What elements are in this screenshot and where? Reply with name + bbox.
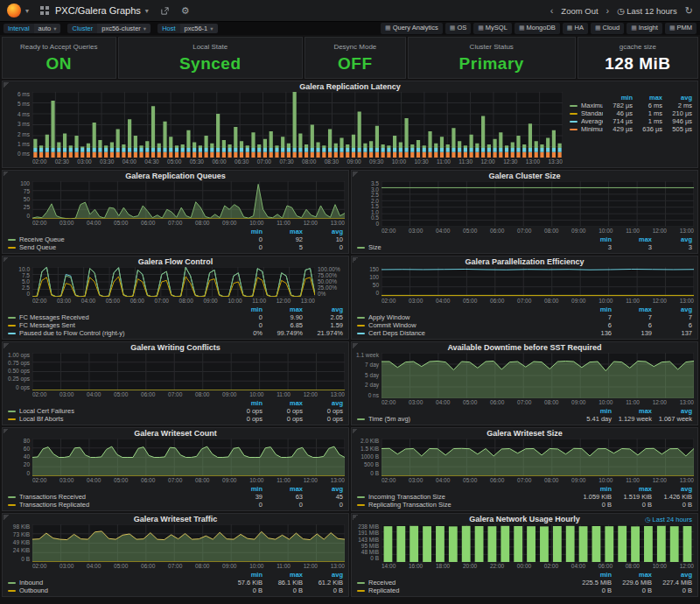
- filter-value-dropdown[interactable]: pxc56-1▾: [180, 24, 218, 34]
- series-toggle[interactable]: Maximum: [581, 102, 603, 109]
- series-toggle[interactable]: Local Cert Failures: [19, 407, 222, 415]
- gear-icon[interactable]: ⚙: [181, 5, 190, 17]
- chart-canvas[interactable]: [382, 353, 694, 398]
- series-toggle[interactable]: Incoming Transaction Size: [368, 493, 571, 501]
- panel-title[interactable]: Galera Writeset Traffic: [134, 515, 217, 524]
- legend-col-min: min: [571, 235, 612, 243]
- stat-panel-title[interactable]: Cluster Status: [470, 43, 514, 51]
- panel-title[interactable]: Galera Writeset Size: [486, 429, 562, 439]
- filter-value-dropdown[interactable]: pxc56-cluster▾: [97, 24, 150, 34]
- y-tick-label: 25: [24, 205, 30, 211]
- series-toggle[interactable]: Received: [368, 579, 571, 586]
- refresh-icon[interactable]: ↻: [685, 5, 693, 17]
- chart-canvas[interactable]: [382, 267, 694, 297]
- chart-canvas[interactable]: [32, 353, 345, 390]
- chart-canvas[interactable]: [32, 439, 345, 476]
- time-shift-back-button[interactable]: ‹: [550, 5, 554, 16]
- legend-value: 5.41 day: [571, 415, 612, 423]
- chevron-down-icon: ▾: [210, 25, 213, 32]
- series-toggle[interactable]: Local Bf Aborts: [19, 415, 222, 423]
- legend-value: 714 µs: [603, 117, 633, 125]
- share-icon[interactable]: [160, 6, 170, 16]
- y-tick-label: 100: [20, 181, 30, 187]
- zoom-out-button[interactable]: Zoom Out: [561, 6, 598, 16]
- dashboard-link-mysql[interactable]: ▦MySQL: [473, 23, 512, 34]
- filter-value-dropdown[interactable]: auto▾: [34, 24, 61, 34]
- legend-value: 0 B: [571, 501, 612, 509]
- series-toggle[interactable]: Average: [581, 117, 603, 125]
- chart-canvas[interactable]: [32, 524, 345, 562]
- stat-panel-title[interactable]: Ready to Accept Queries: [20, 43, 98, 51]
- legend-value: 0 B: [652, 586, 692, 594]
- panel-title[interactable]: Galera Network Usage Hourly: [469, 515, 580, 524]
- chart-canvas[interactable]: [382, 181, 694, 227]
- series-toggle[interactable]: Replicated: [368, 586, 571, 594]
- series-toggle[interactable]: Standard Deviation: [581, 109, 603, 117]
- legend-col-max: max: [262, 571, 303, 579]
- dashboard-link-pmm[interactable]: ▦PMM: [665, 23, 696, 34]
- series-color-swatch: [8, 247, 16, 249]
- y-tick-label: 0: [26, 471, 30, 477]
- chart-canvas[interactable]: [32, 92, 563, 158]
- series-toggle[interactable]: Cert Deps Distance: [368, 329, 571, 337]
- y-tick-label: 20: [24, 462, 30, 468]
- panel-title[interactable]: Galera Flow Control: [138, 257, 214, 267]
- time-shift-forward-button[interactable]: ›: [606, 5, 610, 16]
- stat-panel-title[interactable]: gcache size: [620, 43, 656, 51]
- series-toggle[interactable]: Receive Queue: [19, 235, 222, 243]
- series-toggle[interactable]: Time (5m avg): [368, 415, 571, 423]
- chevron-down-icon[interactable]: ▾: [25, 7, 29, 15]
- x-tick-label: 11:00: [276, 390, 290, 398]
- series-toggle[interactable]: Send Queue: [19, 243, 222, 251]
- chevron-down-icon[interactable]: ▾: [145, 7, 149, 15]
- panel-title[interactable]: Galera Replication Latency: [299, 82, 401, 92]
- series-toggle[interactable]: Transactions Received: [19, 493, 222, 501]
- chart-canvas[interactable]: [382, 439, 694, 476]
- chart-canvas[interactable]: [32, 181, 345, 219]
- grafana-logo[interactable]: [7, 4, 21, 18]
- panel-title[interactable]: Galera Replication Queues: [125, 172, 226, 181]
- dashboard-link-mongodb[interactable]: ▦MongoDB: [514, 23, 560, 34]
- legend-col-min: min: [571, 306, 612, 313]
- legend-col-min: min: [571, 485, 612, 493]
- stats-row: Ready to Accept QueriesONLocal StateSync…: [2, 37, 698, 79]
- legend: minmaxavgInbound57.6 KiB86.1 KiB61.2 KiB…: [6, 570, 345, 594]
- x-axis: 14:0016:0018:0020:0022:0000:0002:0004:00…: [382, 562, 694, 570]
- x-tick-label: 13:00: [680, 476, 694, 484]
- panel-header: Galera Cluster Size: [355, 172, 694, 181]
- y-axis: 806040200: [6, 439, 32, 476]
- series-toggle[interactable]: Outbound: [19, 586, 222, 594]
- chart-canvas[interactable]: [32, 267, 315, 297]
- panel-title[interactable]: Galera Parallelization Efficiency: [465, 257, 584, 267]
- series-toggle[interactable]: Inbound: [19, 579, 222, 586]
- series-toggle[interactable]: Paused due to Flow Control (right-y): [19, 329, 222, 337]
- series-toggle[interactable]: FC Messages Received: [19, 313, 222, 321]
- series-toggle[interactable]: Replicating Transaction Size: [368, 501, 571, 509]
- series-toggle[interactable]: FC Messages Sent: [19, 321, 222, 329]
- panel-title[interactable]: Available Downtime before SST Required: [447, 343, 601, 353]
- panel-time-range[interactable]: ◷ Last 24 hours: [645, 516, 692, 523]
- dashboard-link-query-analytics[interactable]: ▦Query Analytics: [381, 23, 443, 34]
- series-toggle[interactable]: Apply Window: [368, 313, 571, 321]
- series-color-swatch: [570, 105, 578, 107]
- x-tick-label: 09:00: [346, 158, 360, 165]
- series-toggle[interactable]: Commit Window: [368, 321, 571, 329]
- panel-title[interactable]: Galera Writeset Count: [134, 429, 216, 439]
- stat-panel-title[interactable]: Desync Mode: [333, 43, 376, 51]
- stat-panel-title[interactable]: Local State: [192, 43, 228, 51]
- series-toggle[interactable]: Size: [368, 243, 571, 251]
- time-picker[interactable]: ◷ Last 12 hours: [617, 6, 677, 16]
- chart-canvas[interactable]: [382, 524, 694, 562]
- dashboard-link-os[interactable]: ▦OS: [445, 23, 471, 34]
- dashboard-title[interactable]: PXC/Galera Graphs: [55, 5, 141, 16]
- series-toggle[interactable]: Transactions Replicated: [19, 501, 222, 509]
- x-tick-label: 05:30: [190, 158, 204, 165]
- series-toggle[interactable]: Minimum: [581, 125, 603, 133]
- dashboard-link-insight[interactable]: ▦Insight: [626, 23, 662, 34]
- x-axis: 02:0003:0004:0005:0006:0007:0008:0009:00…: [32, 390, 345, 398]
- panel-title[interactable]: Galera Cluster Size: [488, 172, 560, 181]
- y-tick-label: 7 day: [365, 362, 379, 369]
- panel-title[interactable]: Galera Writing Conflicts: [130, 343, 220, 353]
- dashboard-link-ha[interactable]: ▦HA: [563, 23, 588, 34]
- dashboard-link-cloud[interactable]: ▦Cloud: [591, 23, 624, 34]
